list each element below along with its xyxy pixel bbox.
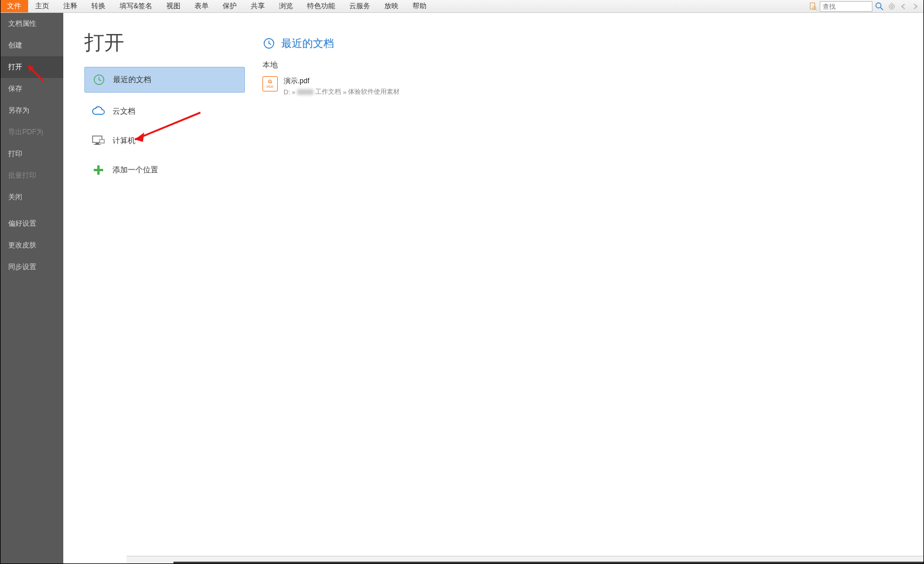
file-name: 演示.pdf xyxy=(284,76,400,86)
pdf-icon: G PDF xyxy=(262,76,278,91)
clock-icon xyxy=(92,73,106,87)
topbar-right xyxy=(808,0,924,12)
open-recent-list: 最近的文档 本地 G PDF 演示.pdf D: » 工作文档 » 体验软件使 xyxy=(245,13,924,564)
local-label: 本地 xyxy=(262,60,924,70)
svg-line-4 xyxy=(881,7,883,9)
cloud-icon xyxy=(91,104,105,118)
location-computer[interactable]: 计算机 xyxy=(84,128,245,154)
svg-rect-0 xyxy=(810,2,815,9)
status-bar-accent xyxy=(173,562,924,564)
location-add[interactable]: 添加一个位置 xyxy=(84,157,245,183)
sidebar-item-batch-print[interactable]: 批量打印 xyxy=(0,165,63,186)
location-label: 计算机 xyxy=(112,135,135,146)
clock-icon xyxy=(262,37,275,50)
main: 文档属性 创建 打开 保存 另存为 导出PDF为 打印 批量打印 关闭 偏好设置… xyxy=(0,13,924,564)
sidebar-item-create[interactable]: 创建 xyxy=(0,35,63,56)
sidebar-item-save-as[interactable]: 另存为 xyxy=(0,100,63,121)
tab-home[interactable]: 主页 xyxy=(28,0,56,12)
svg-rect-10 xyxy=(94,144,101,145)
file-sidebar: 文档属性 创建 打开 保存 另存为 导出PDF为 打印 批量打印 关闭 偏好设置… xyxy=(0,13,63,564)
location-cloud[interactable]: 云文档 xyxy=(84,98,245,124)
tab-fill-sign[interactable]: 填写&签名 xyxy=(112,0,159,12)
menu-bar: 文件 主页 注释 转换 填写&签名 视图 表单 保护 共享 浏览 特色功能 云服… xyxy=(0,0,924,13)
sidebar-item-sync[interactable]: 同步设置 xyxy=(0,256,63,278)
location-recent[interactable]: 最近的文档 xyxy=(84,67,245,93)
plus-icon xyxy=(91,163,105,177)
tab-protect[interactable]: 保护 xyxy=(216,0,244,12)
svg-rect-13 xyxy=(94,169,103,171)
svg-rect-11 xyxy=(100,140,104,143)
tab-file[interactable]: 文件 xyxy=(0,0,28,12)
svg-point-6 xyxy=(891,5,893,8)
computer-icon xyxy=(91,134,105,148)
tab-form[interactable]: 表单 xyxy=(187,0,216,12)
tab-share[interactable]: 共享 xyxy=(244,0,272,12)
gear-icon[interactable] xyxy=(887,1,897,12)
location-label: 最近的文档 xyxy=(113,74,151,85)
tab-play[interactable]: 放映 xyxy=(377,0,405,12)
file-info: 演示.pdf D: » 工作文档 » 体验软件使用素材 xyxy=(284,76,400,96)
sidebar-item-skin[interactable]: 更改皮肤 xyxy=(0,235,63,256)
tab-convert[interactable]: 转换 xyxy=(84,0,112,12)
location-label: 添加一个位置 xyxy=(112,165,158,175)
find-doc-icon[interactable] xyxy=(808,1,819,12)
tab-features[interactable]: 特色功能 xyxy=(300,0,342,12)
file-path: D: » 工作文档 » 体验软件使用素材 xyxy=(284,87,400,96)
svg-rect-9 xyxy=(96,143,99,144)
sidebar-item-export[interactable]: 导出PDF为 xyxy=(0,121,63,143)
tab-help[interactable]: 帮助 xyxy=(405,0,434,12)
tab-annotate[interactable]: 注释 xyxy=(56,0,84,12)
open-panel: 打开 最近的文档 云文档 计算机 xyxy=(63,13,924,564)
page-title: 打开 xyxy=(84,29,245,56)
search-input[interactable] xyxy=(820,1,872,12)
tab-view[interactable]: 视图 xyxy=(159,0,187,12)
svg-point-3 xyxy=(876,2,881,8)
svg-line-2 xyxy=(816,9,817,11)
prev-arrow-icon[interactable] xyxy=(898,1,909,12)
next-arrow-icon[interactable] xyxy=(910,1,920,12)
sidebar-item-close[interactable]: 关闭 xyxy=(0,186,63,208)
recent-header: 最近的文档 xyxy=(262,36,924,50)
sidebar-item-prefs[interactable]: 偏好设置 xyxy=(0,213,63,235)
tab-browse[interactable]: 浏览 xyxy=(272,0,300,12)
svg-point-5 xyxy=(889,4,895,9)
sidebar-item-doc-props[interactable]: 文档属性 xyxy=(0,13,63,35)
open-locations: 打开 最近的文档 云文档 计算机 xyxy=(63,13,245,564)
location-label: 云文档 xyxy=(112,106,135,117)
recent-file-item[interactable]: G PDF 演示.pdf D: » 工作文档 » 体验软件使用素材 xyxy=(262,74,924,98)
redacted-segment xyxy=(297,89,313,95)
sidebar-item-print[interactable]: 打印 xyxy=(0,143,63,165)
search-icon[interactable] xyxy=(874,1,885,12)
sidebar-item-save[interactable]: 保存 xyxy=(0,78,63,100)
recent-title: 最近的文档 xyxy=(281,36,334,50)
sidebar-item-open[interactable]: 打开 xyxy=(0,56,63,78)
tab-cloud[interactable]: 云服务 xyxy=(342,0,377,12)
